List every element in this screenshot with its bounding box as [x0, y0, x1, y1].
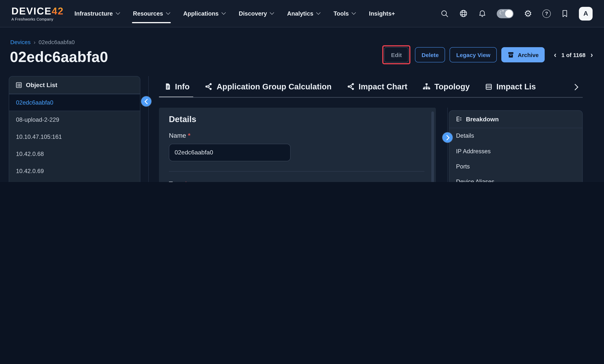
nav-menu-item[interactable]: Discovery: [239, 10, 274, 17]
object-list-item[interactable]: 08-upload-2-229: [9, 111, 140, 128]
info-file-icon: [164, 83, 171, 90]
edit-button[interactable]: Edit: [384, 47, 409, 62]
app-window: DEVICE42 A Freshworks Company Infrastruc…: [0, 0, 604, 182]
tab[interactable]: Application Group Calculation: [205, 76, 331, 97]
tab[interactable]: Topology: [423, 76, 470, 97]
navbar-icons: ☾ ✦ ⚙ ? A: [441, 7, 592, 20]
object-list-item[interactable]: 10.42.0.68: [9, 145, 140, 163]
nav-menu-item[interactable]: Applications: [183, 10, 225, 17]
notifications-bell-icon[interactable]: [478, 9, 487, 18]
help-icon[interactable]: ?: [542, 9, 551, 18]
tab[interactable]: Impact Lis: [485, 76, 536, 97]
chevron-down-icon: [221, 11, 226, 15]
next-record-chevron[interactable]: ›: [591, 51, 593, 59]
dark-mode-toggle[interactable]: ☾ ✦: [497, 9, 514, 18]
name-input[interactable]: 02edc6aabfa0: [169, 144, 290, 161]
breadcrumb-devices-link[interactable]: Devices: [10, 39, 31, 45]
nav-menu-item[interactable]: Infrastructure: [74, 10, 119, 17]
type-label: Type: [169, 180, 187, 182]
delete-button[interactable]: Delete: [415, 47, 445, 62]
record-pager-label: 1 of 1168: [561, 51, 586, 58]
chevron-down-icon: [352, 11, 356, 15]
edit-annotation-highlight: Edit: [382, 45, 411, 64]
tab[interactable]: Info: [164, 76, 189, 97]
object-list-items: 02edc6aabfa0 08-upload-2-229 10.10.47.10…: [9, 94, 140, 182]
breakdown-items: Details IP Addresses Ports Device Aliase…: [449, 128, 582, 182]
object-list-item[interactable]: 10.10.47.105:161: [9, 128, 140, 145]
top-navbar: DEVICE42 A Freshworks Company Infrastruc…: [0, 0, 604, 27]
object-list-item[interactable]: 02edc6aabfa0: [9, 94, 140, 111]
chevron-left-icon: [144, 99, 150, 104]
breadcrumb-current: 02edc6aabfa0: [38, 39, 75, 45]
right-divider-line: [447, 108, 448, 182]
share-nodes-icon: [347, 83, 355, 90]
bookmark-icon[interactable]: [561, 9, 569, 18]
object-list-header: Object List: [9, 76, 140, 94]
object-list-item[interactable]: 10.42.100.181: [9, 179, 140, 182]
nav-menu-item[interactable]: Insights+: [369, 10, 395, 17]
left-divider-line: [148, 76, 149, 182]
record-pager: ‹ 1 of 1168 ›: [554, 51, 593, 59]
logo-wordmark: DEVICE42: [12, 6, 64, 16]
divider: [169, 171, 425, 172]
object-list-panel: Object List 02edc6aabfa0 08-upload-2-229…: [9, 76, 140, 182]
toggle-knob: [505, 10, 513, 17]
chevron-down-icon: [316, 11, 320, 15]
breakdown-item[interactable]: IP Addresses: [449, 144, 582, 159]
page-title: 02edc6aabfa0: [10, 49, 108, 65]
settings-gear-icon[interactable]: ⚙: [524, 9, 532, 18]
legacy-view-button[interactable]: Legacy View: [450, 47, 497, 62]
impact-list-table-icon: [485, 83, 492, 90]
chevron-down-icon: [270, 11, 274, 15]
search-icon[interactable]: [441, 9, 449, 18]
tab[interactable]: Impact Chart: [347, 76, 407, 97]
device42-logo[interactable]: DEVICE42 A Freshworks Company: [12, 6, 64, 21]
object-list-icon: [15, 81, 23, 89]
details-heading: Details: [169, 114, 196, 124]
globe-icon[interactable]: [459, 9, 468, 18]
nav-menu-item[interactable]: Tools: [334, 10, 355, 17]
chevron-right-icon: [444, 135, 449, 140]
breakdown-item[interactable]: Device Aliases: [449, 174, 582, 182]
share-nodes-icon: [205, 83, 213, 90]
prev-record-chevron[interactable]: ‹: [554, 51, 556, 59]
topology-sitemap-icon: [423, 83, 430, 90]
breakdown-title: Breakdown: [466, 116, 499, 123]
collapse-breakdown-button[interactable]: [442, 132, 453, 143]
detail-tabs: Info: [159, 76, 583, 98]
name-input-value: 02edc6aabfa0: [175, 149, 213, 156]
breakdown-item[interactable]: Ports: [449, 159, 582, 174]
archive-box-icon: [507, 51, 514, 58]
main-menu: Infrastructure Resources Applications Di…: [74, 10, 395, 17]
nav-menu-item[interactable]: Analytics: [287, 10, 320, 17]
sparkle-icon: ✦: [502, 10, 504, 12]
breakdown-item[interactable]: Details: [449, 128, 582, 144]
logo-subtitle: A Freshworks Company: [12, 17, 64, 21]
breakdown-header: Breakdown: [449, 111, 582, 128]
breakdown-panel: Breakdown Details IP Addresses Ports Dev…: [449, 110, 583, 182]
action-buttons: Edit Delete Legacy View Archive ‹ 1 of 1…: [382, 46, 593, 63]
details-scrollbar[interactable]: [431, 112, 434, 182]
collapse-object-list-button[interactable]: [141, 96, 151, 106]
object-list-item[interactable]: 10.42.0.69: [9, 163, 140, 179]
archive-button[interactable]: Archive: [501, 47, 545, 62]
chevron-down-icon: [166, 11, 170, 15]
object-list-title: Object List: [26, 82, 57, 88]
name-label: Name: [169, 132, 190, 139]
chevron-down-icon: [116, 11, 120, 15]
breadcrumb-separator: ›: [34, 39, 36, 45]
breadcrumb: Devices › 02edc6aabfa0: [10, 39, 75, 45]
user-avatar[interactable]: A: [579, 7, 592, 20]
breakdown-tree-icon: [455, 116, 463, 123]
details-panel: Details Name 02edc6aabfa0 Type unknown +…: [159, 108, 436, 182]
nav-menu-item[interactable]: Resources: [133, 10, 170, 17]
